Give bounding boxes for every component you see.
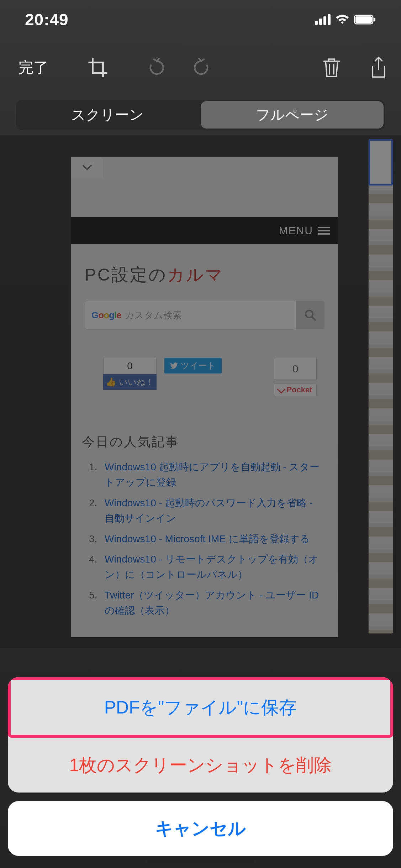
modal-dim [0,135,401,648]
status-time: 20:49 [25,10,69,29]
status-icons [315,14,376,25]
wifi-icon [336,15,349,25]
save-pdf-button[interactable]: PDFを"ファイル"に保存 [11,680,390,735]
svg-rect-2 [374,18,375,21]
action-sheet: PDFを"ファイル"に保存 1枚のスクリーンショットを削除 キャンセル [8,677,393,856]
status-bar: 20:49 [0,0,401,39]
tab-fullpage[interactable]: フルページ [201,101,384,129]
svg-rect-1 [355,16,372,23]
cancel-button[interactable]: キャンセル [8,801,393,856]
battery-icon [354,15,376,25]
segmented-control: スクリーン フルページ [16,100,385,130]
editor-toolbar: 完了 [0,52,401,84]
home-indicator [147,859,254,863]
done-button[interactable]: 完了 [19,58,48,78]
undo-icon[interactable] [147,58,167,77]
trash-icon[interactable] [322,57,341,78]
redo-icon[interactable] [191,58,211,77]
crop-icon[interactable] [88,57,108,78]
share-icon[interactable] [370,57,387,79]
tab-screen[interactable]: スクリーン [16,100,199,130]
delete-screenshot-button[interactable]: 1枚のスクリーンショットを削除 [8,738,393,793]
cellular-icon [315,14,331,25]
